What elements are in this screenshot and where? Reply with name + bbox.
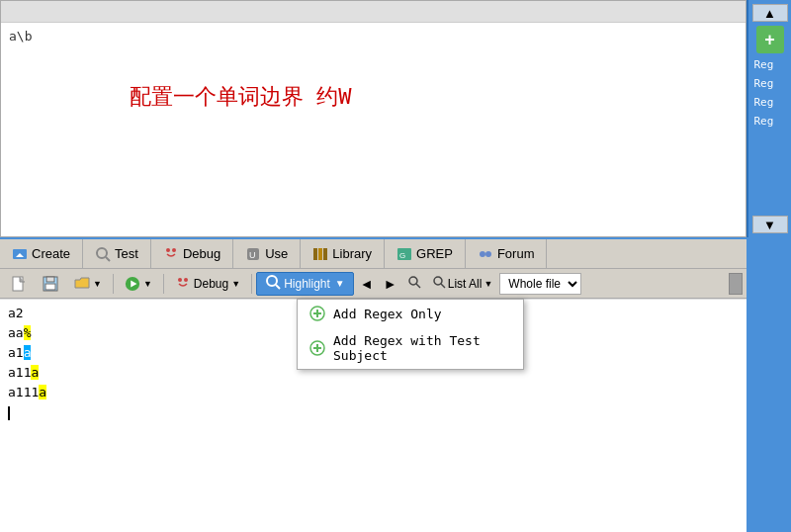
- svg-rect-10: [323, 248, 327, 260]
- editor-title-bar: [1, 1, 746, 23]
- sidebar-scroll-up[interactable]: ▲: [752, 4, 788, 22]
- svg-point-27: [434, 277, 442, 285]
- regex-display: a\b: [9, 29, 738, 44]
- svg-point-13: [480, 251, 485, 257]
- list-all-button[interactable]: List All ▼: [427, 272, 498, 296]
- tab-test-label: Test: [115, 246, 138, 261]
- search-button[interactable]: [403, 273, 425, 295]
- cursor: [8, 406, 10, 420]
- highlight-button[interactable]: Highlight ▼: [256, 272, 354, 296]
- svg-point-2: [97, 248, 107, 258]
- svg-text:G: G: [399, 251, 405, 260]
- svg-point-21: [178, 278, 182, 282]
- save-icon: [43, 276, 58, 292]
- test-icon: [95, 246, 111, 262]
- open-button[interactable]: ▼: [67, 272, 109, 296]
- tab-use-label: Use: [265, 246, 288, 261]
- add-regex-with-subject-item[interactable]: Add Regex with Test Subject: [298, 327, 523, 369]
- search-icon: [407, 275, 421, 292]
- plus-icon: +: [764, 30, 775, 50]
- nav-prev-button[interactable]: ◄: [356, 273, 378, 295]
- tab-debug[interactable]: Debug: [151, 239, 233, 268]
- highlight-span-4: a: [31, 365, 39, 380]
- list-all-search-icon: [432, 275, 446, 292]
- debug-toolbar-icon: [175, 276, 191, 292]
- highlight-span-3: a: [24, 345, 32, 360]
- tab-test[interactable]: Test: [83, 239, 151, 268]
- sep-1: [113, 274, 114, 294]
- save-button[interactable]: [36, 272, 65, 296]
- tab-library[interactable]: Library: [301, 239, 385, 268]
- scroll-up-icon: ▲: [763, 6, 776, 21]
- chinese-annotation: 配置一个单词边界 约W: [130, 82, 352, 112]
- scroll-handle[interactable]: [729, 273, 743, 295]
- forum-icon: [478, 246, 493, 262]
- tab-forum-label: Forum: [497, 246, 535, 261]
- svg-line-24: [276, 285, 280, 289]
- grep-icon: G: [396, 246, 412, 262]
- tab-grep-label: GREP: [416, 246, 453, 261]
- svg-line-3: [106, 257, 110, 261]
- toolbar: ▼ ▼ Debug ▼ Highlight ▼ ◄ ►: [0, 269, 747, 299]
- create-icon: [12, 246, 28, 262]
- highlight-dropdown-menu: Add Regex Only Add Regex with Test Subje…: [297, 299, 524, 370]
- debug-icon: [163, 246, 179, 262]
- sidebar-regex-3: Reg: [752, 95, 788, 110]
- tab-debug-label: Debug: [183, 246, 220, 261]
- new-file-icon: [11, 276, 27, 292]
- debug-toolbar-button[interactable]: Debug ▼: [168, 272, 247, 296]
- editor-area: a\b 配置一个单词边界 约W: [0, 0, 747, 237]
- open-icon: [74, 276, 90, 292]
- tab-library-label: Library: [332, 246, 372, 261]
- add-regex-with-subject-icon: [309, 340, 325, 356]
- add-regex-only-label: Add Regex Only: [333, 307, 442, 321]
- run-button[interactable]: ▼: [118, 272, 159, 296]
- highlight-span-5: a: [39, 385, 46, 399]
- tab-create[interactable]: Create: [0, 239, 83, 268]
- svg-point-5: [172, 248, 176, 252]
- highlight-label: Highlight: [284, 277, 330, 291]
- run-icon: [125, 276, 140, 292]
- add-regex-only-icon: [309, 306, 325, 321]
- tab-create-label: Create: [32, 246, 70, 261]
- svg-point-25: [409, 277, 417, 285]
- svg-point-14: [485, 251, 491, 257]
- sidebar-regex-4: Reg: [752, 114, 788, 129]
- library-icon: [312, 246, 328, 262]
- use-icon: U: [245, 246, 261, 262]
- run-arrow: ▼: [143, 279, 152, 289]
- text-line-5: a111a: [8, 383, 739, 402]
- nav-next-icon: ►: [384, 276, 397, 292]
- svg-rect-9: [318, 248, 322, 260]
- svg-point-4: [166, 248, 170, 252]
- highlight-dropdown-arrow: ▼: [335, 278, 345, 289]
- svg-text:U: U: [249, 250, 256, 260]
- list-all-label: List All: [448, 277, 483, 291]
- tab-forum[interactable]: Forum: [466, 239, 548, 268]
- sidebar-add-button[interactable]: +: [756, 26, 784, 53]
- scope-select[interactable]: Whole file: [499, 273, 581, 295]
- sidebar-regex-2: Reg: [752, 76, 788, 91]
- svg-point-22: [184, 278, 188, 282]
- add-regex-with-subject-label: Add Regex with Test Subject: [333, 333, 511, 363]
- highlight-span-2: %: [24, 325, 32, 340]
- tab-grep[interactable]: G GREP: [385, 239, 466, 268]
- sidebar-scroll-down[interactable]: ▼: [752, 216, 788, 233]
- list-all-arrow: ▼: [483, 279, 492, 289]
- nav-next-button[interactable]: ►: [380, 273, 401, 295]
- svg-rect-18: [45, 284, 55, 290]
- svg-line-28: [441, 284, 445, 288]
- sidebar-regex-1: Reg: [752, 57, 788, 72]
- add-regex-only-item[interactable]: Add Regex Only: [298, 300, 523, 327]
- open-arrow: ▼: [93, 279, 102, 289]
- scroll-down-icon: ▼: [763, 218, 776, 232]
- nav-prev-icon: ◄: [360, 276, 374, 292]
- debug-btn-label: Debug: [194, 277, 228, 291]
- sep-2: [163, 274, 164, 294]
- svg-point-23: [267, 276, 277, 286]
- highlight-icon: [265, 274, 281, 293]
- new-file-button[interactable]: [4, 272, 34, 296]
- svg-rect-8: [313, 248, 317, 260]
- tab-use[interactable]: U Use: [233, 239, 301, 268]
- debug-btn-arrow: ▼: [231, 279, 240, 289]
